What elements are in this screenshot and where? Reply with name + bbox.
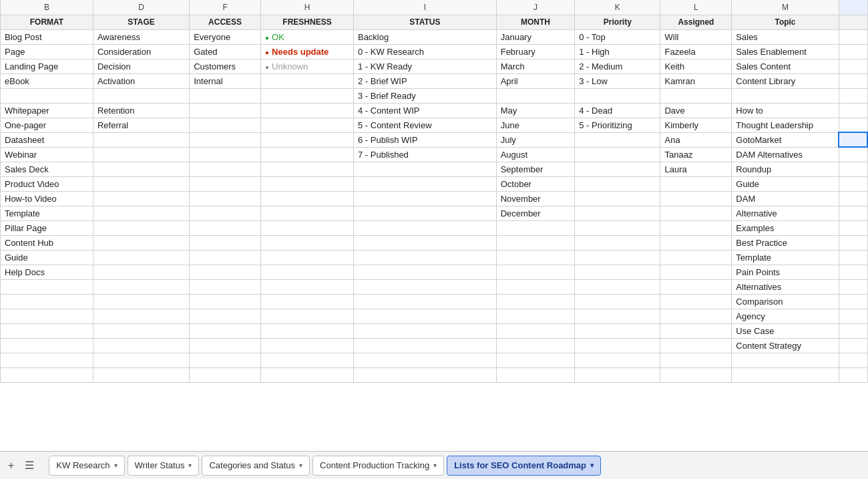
status-cell[interactable]	[353, 338, 496, 353]
status-cell[interactable]: 4 - Content WIP	[353, 103, 496, 118]
format-cell[interactable]: Whitepaper	[1, 103, 93, 118]
freshness-cell[interactable]	[261, 294, 354, 309]
field-status[interactable]: STATUS	[353, 15, 496, 29]
tab-2[interactable]: Categories and Status▾	[202, 456, 310, 476]
freshness-cell[interactable]	[261, 279, 354, 294]
access-cell[interactable]	[190, 353, 261, 367]
extra-cell[interactable]	[839, 323, 867, 338]
priority-cell[interactable]: 1 - High	[575, 44, 660, 59]
menu-button[interactable]: ☰	[21, 456, 38, 474]
format-cell[interactable]: One-pager	[1, 118, 93, 132]
access-cell[interactable]	[190, 220, 261, 235]
extra-cell[interactable]	[839, 191, 867, 206]
month-cell[interactable]	[496, 250, 575, 265]
assigned-cell[interactable]	[660, 88, 732, 103]
col-k-header[interactable]: K	[575, 0, 660, 15]
month-cell[interactable]	[496, 338, 575, 353]
stage-cell[interactable]	[93, 132, 189, 147]
priority-cell[interactable]	[575, 88, 660, 103]
freshness-cell[interactable]	[261, 103, 354, 118]
extra-cell[interactable]	[839, 338, 867, 353]
status-cell[interactable]	[353, 206, 496, 220]
freshness-cell[interactable]: ●Unknown	[261, 59, 354, 73]
assigned-cell[interactable]	[660, 206, 732, 220]
field-freshness[interactable]: FRESHNESS	[261, 15, 354, 29]
format-cell[interactable]: How-to Video	[1, 191, 93, 206]
col-m-header[interactable]: M	[732, 0, 839, 15]
assigned-cell[interactable]: Fazeela	[660, 44, 732, 59]
format-cell[interactable]: Product Video	[1, 176, 93, 191]
access-cell[interactable]	[190, 309, 261, 323]
format-cell[interactable]	[1, 323, 93, 338]
tab-0[interactable]: KW Research▾	[49, 456, 124, 476]
status-cell[interactable]: 7 - Published	[353, 147, 496, 162]
access-cell[interactable]: Customers	[190, 59, 261, 73]
access-cell[interactable]	[190, 265, 261, 279]
freshness-cell[interactable]: ●OK	[261, 29, 354, 44]
priority-cell[interactable]: 5 - Prioritizing	[575, 118, 660, 132]
month-cell[interactable]	[496, 235, 575, 250]
field-assigned[interactable]: Assigned	[660, 15, 732, 29]
assigned-cell[interactable]: Tanaaz	[660, 147, 732, 162]
topic-cell[interactable]: Agency	[732, 309, 839, 323]
format-cell[interactable]: eBook	[1, 73, 93, 88]
field-topic[interactable]: Topic	[732, 15, 839, 29]
add-sheet-button[interactable]: +	[4, 457, 18, 474]
assigned-cell[interactable]	[660, 323, 732, 338]
format-cell[interactable]	[1, 367, 93, 382]
access-cell[interactable]	[190, 367, 261, 382]
extra-cell[interactable]	[839, 88, 867, 103]
extra-cell[interactable]	[839, 367, 867, 382]
freshness-cell[interactable]	[261, 338, 354, 353]
extra-cell[interactable]	[839, 250, 867, 265]
status-cell[interactable]: 5 - Content Review	[353, 118, 496, 132]
topic-cell[interactable]: DAM	[732, 191, 839, 206]
access-cell[interactable]	[190, 147, 261, 162]
assigned-cell[interactable]: Ana	[660, 132, 732, 147]
month-cell[interactable]: January	[496, 29, 575, 44]
status-cell[interactable]	[353, 353, 496, 367]
stage-cell[interactable]	[93, 294, 189, 309]
stage-cell[interactable]	[93, 176, 189, 191]
status-cell[interactable]	[353, 309, 496, 323]
assigned-cell[interactable]: Kamran	[660, 73, 732, 88]
priority-cell[interactable]: 0 - Top	[575, 29, 660, 44]
status-cell[interactable]	[353, 294, 496, 309]
stage-cell[interactable]	[93, 162, 189, 176]
freshness-cell[interactable]	[261, 118, 354, 132]
freshness-cell[interactable]	[261, 309, 354, 323]
topic-cell[interactable]: Sales Enablement	[732, 44, 839, 59]
topic-cell[interactable]: Sales Content	[732, 59, 839, 73]
topic-cell[interactable]: Comparison	[732, 294, 839, 309]
status-cell[interactable]	[353, 279, 496, 294]
topic-cell[interactable]: GotoMarket	[732, 132, 839, 147]
assigned-cell[interactable]	[660, 279, 732, 294]
access-cell[interactable]	[190, 162, 261, 176]
tab-1[interactable]: Writer Status▾	[128, 456, 200, 476]
stage-cell[interactable]: Consideration	[93, 44, 189, 59]
access-cell[interactable]	[190, 206, 261, 220]
topic-cell[interactable]: How to	[732, 103, 839, 118]
status-cell[interactable]	[353, 220, 496, 235]
month-cell[interactable]	[496, 323, 575, 338]
priority-cell[interactable]	[575, 147, 660, 162]
freshness-cell[interactable]	[261, 132, 354, 147]
col-h-header[interactable]: H	[261, 0, 354, 15]
assigned-cell[interactable]	[660, 250, 732, 265]
status-cell[interactable]	[353, 250, 496, 265]
stage-cell[interactable]	[93, 220, 189, 235]
priority-cell[interactable]	[575, 176, 660, 191]
priority-cell[interactable]	[575, 309, 660, 323]
topic-cell[interactable]: Content Strategy	[732, 338, 839, 353]
month-cell[interactable]	[496, 88, 575, 103]
topic-cell[interactable]: Alternatives	[732, 279, 839, 294]
col-l-header[interactable]: L	[660, 0, 732, 15]
status-cell[interactable]	[353, 323, 496, 338]
freshness-cell[interactable]	[261, 323, 354, 338]
freshness-cell[interactable]	[261, 147, 354, 162]
status-cell[interactable]: Backlog	[353, 29, 496, 44]
stage-cell[interactable]	[93, 265, 189, 279]
stage-cell[interactable]	[93, 353, 189, 367]
field-format[interactable]: FORMAT	[1, 15, 93, 29]
freshness-cell[interactable]	[261, 73, 354, 88]
